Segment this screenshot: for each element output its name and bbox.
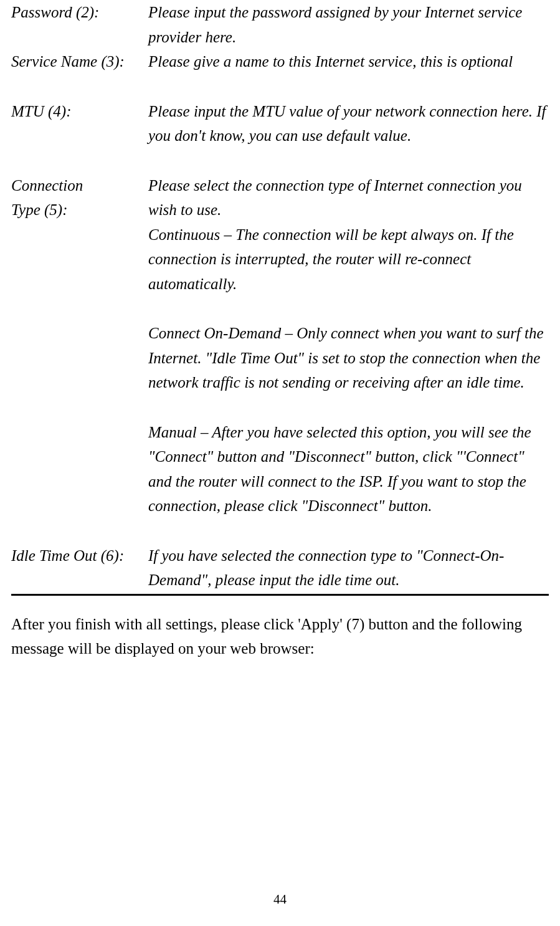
- connection-type-on-demand: Connect On-Demand – Only connect when yo…: [148, 321, 549, 395]
- closing-paragraph: After you finish with all settings, plea…: [11, 612, 549, 661]
- section-divider: [11, 594, 549, 596]
- connection-type-intro: Please select the connection type of Int…: [148, 173, 549, 222]
- connection-type-manual: Manual – After you have selected this op…: [148, 420, 549, 518]
- label-service-name: Service Name (3):: [11, 49, 148, 74]
- label-connection-type-line1: Connection: [11, 173, 148, 198]
- definition-table: Password (2): Please input the password …: [11, 0, 549, 593]
- label-connection-type-line2: Type (5):: [11, 198, 148, 222]
- row-idle-time-out: Idle Time Out (6): If you have selected …: [11, 543, 549, 593]
- row-connection-type: Connection Type (5): Please select the c…: [11, 173, 549, 518]
- label-password: Password (2):: [11, 0, 148, 49]
- label-mtu: MTU (4):: [11, 99, 148, 148]
- value-service-name: Please give a name to this Internet serv…: [148, 49, 549, 74]
- value-mtu: Please input the MTU value of your netwo…: [148, 99, 549, 148]
- connection-type-continuous: Continuous – The connection will be kept…: [148, 222, 549, 297]
- label-connection-type: Connection Type (5):: [11, 173, 148, 518]
- label-idle-time-out: Idle Time Out (6):: [11, 543, 148, 593]
- value-idle-time-out: If you have selected the connection type…: [148, 543, 549, 593]
- value-connection-type: Please select the connection type of Int…: [148, 173, 549, 518]
- row-mtu: MTU (4): Please input the MTU value of y…: [11, 99, 549, 148]
- row-password: Password (2): Please input the password …: [11, 0, 549, 49]
- row-service-name: Service Name (3): Please give a name to …: [11, 49, 549, 74]
- page-number: 44: [0, 892, 560, 907]
- value-password: Please input the password assigned by yo…: [148, 0, 549, 49]
